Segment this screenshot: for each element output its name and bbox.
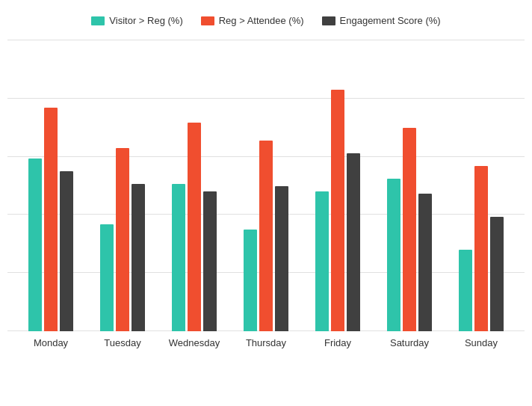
- x-label-monday: Monday: [15, 337, 87, 348]
- bar-engagement-sunday: [490, 217, 504, 331]
- chart-area: MondayTuesdayWednesdayThursdayFridaySatu…: [7, 40, 525, 354]
- legend: Visitor > Reg (%)Reg > Attendee (%)Engag…: [91, 15, 440, 26]
- bar-visitor-friday: [315, 191, 329, 331]
- bar-visitor-monday: [28, 159, 42, 331]
- day-group-friday: [302, 90, 374, 331]
- bar-engagement-tuesday: [132, 184, 145, 331]
- x-label-sunday: Sunday: [445, 337, 517, 348]
- bar-visitor-thursday: [244, 230, 257, 331]
- bar-reg-saturday: [403, 128, 416, 331]
- bar-engagement-friday: [347, 153, 360, 331]
- legend-label-visitor: Visitor > Reg (%): [109, 15, 182, 26]
- legend-item-reg: Reg > Attendee (%): [201, 15, 304, 26]
- day-group-monday: [15, 108, 87, 331]
- bar-reg-wednesday: [188, 123, 201, 331]
- legend-label-engagement: Engagement Score (%): [340, 15, 441, 26]
- bar-visitor-sunday: [459, 250, 472, 331]
- x-label-saturday: Saturday: [374, 337, 445, 348]
- bar-engagement-monday: [60, 171, 73, 331]
- chart-inner: MondayTuesdayWednesdayThursdayFridaySatu…: [7, 40, 525, 354]
- bar-reg-sunday: [474, 166, 488, 331]
- legend-color-engagement: [322, 16, 335, 25]
- bar-reg-tuesday: [116, 148, 129, 331]
- day-group-saturday: [374, 128, 445, 331]
- legend-item-engagement: Engagement Score (%): [322, 15, 441, 26]
- x-label-friday: Friday: [302, 337, 374, 348]
- day-group-wednesday: [158, 123, 230, 331]
- bar-visitor-tuesday: [100, 224, 114, 331]
- bar-reg-friday: [331, 90, 344, 331]
- bar-engagement-wednesday: [203, 191, 217, 331]
- day-group-sunday: [445, 166, 517, 331]
- legend-label-reg: Reg > Attendee (%): [219, 15, 304, 26]
- legend-color-visitor: [91, 16, 105, 25]
- bar-engagement-saturday: [418, 194, 432, 331]
- bars-container: [7, 40, 525, 331]
- day-group-thursday: [230, 141, 302, 331]
- bar-visitor-wednesday: [172, 184, 185, 331]
- day-group-tuesday: [87, 148, 158, 331]
- bar-engagement-thursday: [275, 186, 288, 331]
- bar-visitor-saturday: [387, 179, 400, 331]
- x-label-wednesday: Wednesday: [158, 337, 230, 348]
- bar-reg-monday: [44, 108, 58, 331]
- legend-item-visitor: Visitor > Reg (%): [91, 15, 182, 26]
- x-label-tuesday: Tuesday: [87, 337, 158, 348]
- x-label-thursday: Thursday: [230, 337, 302, 348]
- x-labels: MondayTuesdayWednesdayThursdayFridaySatu…: [7, 331, 525, 354]
- bar-reg-thursday: [259, 141, 273, 331]
- legend-color-reg: [201, 16, 214, 25]
